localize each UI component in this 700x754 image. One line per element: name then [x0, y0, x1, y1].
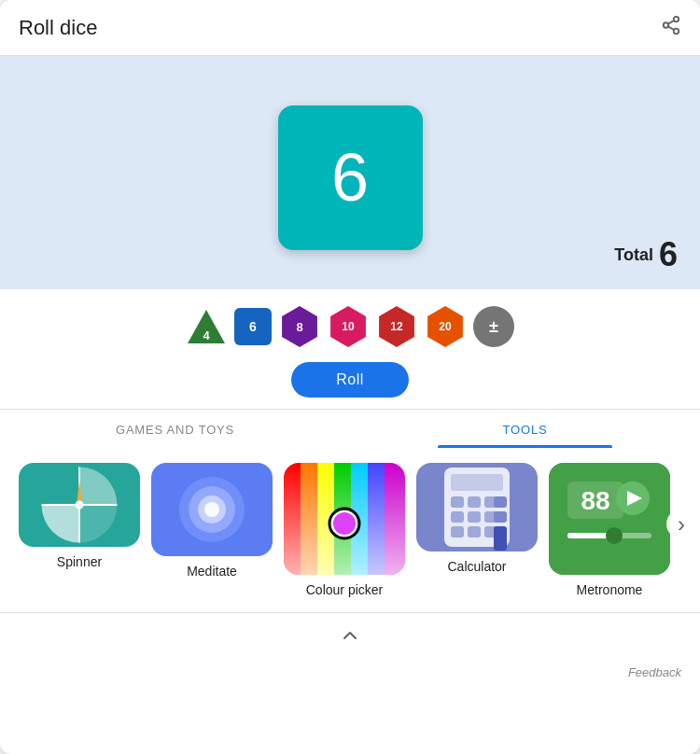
- tools-grid: Spinner Meditate: [0, 448, 700, 612]
- dice-type-plusminus[interactable]: ±: [473, 306, 514, 347]
- meditate-label: Meditate: [187, 564, 237, 579]
- controls-area: 4 6 8 10 12 20 ±: [0, 289, 700, 409]
- roll-button[interactable]: Roll: [291, 362, 409, 398]
- svg-rect-33: [451, 511, 464, 523]
- svg-rect-36: [451, 526, 464, 538]
- tool-card-colour-picker[interactable]: Colour picker: [284, 463, 405, 597]
- dice-type-10[interactable]: 10: [328, 306, 369, 347]
- dice-type-20[interactable]: 20: [425, 306, 466, 347]
- tab-tools[interactable]: TOOLS: [350, 410, 700, 448]
- dice-value: 6: [331, 139, 369, 216]
- dice-display-area: 6 Total 6: [0, 56, 700, 289]
- svg-rect-30: [468, 496, 481, 508]
- total-value: 6: [659, 235, 678, 274]
- svg-point-16: [204, 502, 219, 517]
- svg-rect-41: [494, 526, 507, 551]
- svg-text:88: 88: [581, 486, 609, 515]
- spinner-label: Spinner: [57, 554, 102, 569]
- metronome-icon-container: 88: [549, 463, 670, 575]
- tool-card-metronome[interactable]: 88 Metronome: [549, 463, 670, 597]
- calculator-label: Calculator: [447, 559, 506, 574]
- svg-rect-39: [494, 496, 507, 508]
- svg-line-3: [668, 26, 674, 30]
- svg-rect-40: [494, 511, 507, 523]
- header: Roll dice: [0, 0, 700, 56]
- tool-card-meditate[interactable]: Meditate: [151, 463, 273, 579]
- svg-point-49: [606, 527, 623, 544]
- dice-type-4[interactable]: 4: [186, 306, 227, 347]
- svg-rect-29: [451, 496, 464, 508]
- tool-card-spinner[interactable]: Spinner: [19, 463, 140, 569]
- tabs-row: GAMES AND TOYS TOOLS: [0, 410, 700, 448]
- svg-point-11: [76, 501, 84, 510]
- total-row: Total 6: [614, 235, 678, 274]
- dice-type-12[interactable]: 12: [376, 306, 417, 347]
- feedback-row: Feedback: [0, 658, 700, 689]
- dice-card: 6: [278, 105, 423, 250]
- svg-rect-37: [468, 526, 481, 538]
- dice-type-6[interactable]: 6: [234, 308, 272, 345]
- dice-types-row: 4 6 8 10 12 20 ±: [186, 306, 514, 347]
- metronome-label: Metronome: [577, 582, 643, 597]
- svg-point-26: [332, 511, 357, 536]
- collapse-row[interactable]: [0, 612, 700, 658]
- calculator-icon-container: [416, 463, 538, 552]
- tab-games-and-toys[interactable]: GAMES AND TOYS: [0, 410, 350, 448]
- svg-text:4: 4: [203, 328, 210, 342]
- svg-rect-34: [468, 511, 481, 523]
- colour-picker-icon-container: [284, 463, 405, 575]
- app-container: Roll dice 6 Total 6 4: [0, 0, 700, 754]
- svg-line-4: [668, 21, 674, 24]
- scroll-right-chevron[interactable]: ›: [666, 510, 696, 539]
- spinner-icon: [19, 463, 140, 547]
- tabs-section: GAMES AND TOYS TOOLS: [0, 409, 700, 448]
- dice-type-8[interactable]: 8: [279, 306, 320, 347]
- meditate-icon: [151, 463, 273, 556]
- share-icon[interactable]: [661, 15, 681, 40]
- feedback-link[interactable]: Feedback: [628, 665, 681, 679]
- svg-rect-28: [451, 474, 503, 491]
- tool-card-calculator[interactable]: Calculator: [416, 463, 538, 574]
- page-title: Roll dice: [19, 16, 97, 40]
- colour-picker-label: Colour picker: [306, 582, 383, 597]
- total-label: Total: [614, 245, 653, 265]
